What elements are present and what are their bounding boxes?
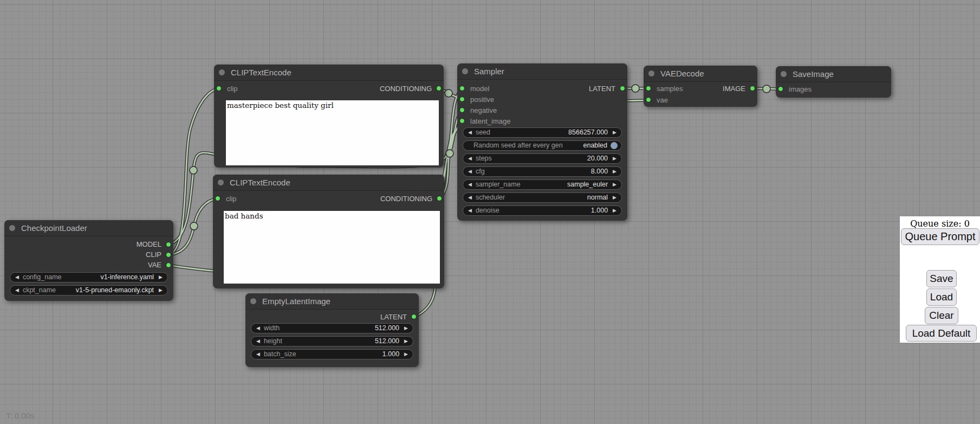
node-title-bar[interactable]: VAEDecode <box>644 66 757 82</box>
widget-ckpt-name[interactable]: ◀ ckpt_name v1-5-pruned-emaonly.ckpt ▶ <box>10 285 168 295</box>
widget-batch-size[interactable]: ◀ batch_size 1.000 ▶ <box>251 349 413 359</box>
output-slot-clip[interactable] <box>166 252 171 258</box>
output-label-vae: VAE <box>148 261 161 269</box>
decrement-arrow-icon[interactable]: ◀ <box>468 166 472 177</box>
queue-size-label: Queue size: 0 <box>900 219 980 229</box>
input-slot-clip[interactable] <box>216 86 222 91</box>
output-slot-conditioning[interactable] <box>437 196 442 201</box>
input-slot-negative[interactable] <box>459 107 465 113</box>
node-title-bar[interactable]: EmptyLatentImage <box>245 293 419 310</box>
widget-label: steps <box>476 153 492 164</box>
decrement-arrow-icon[interactable]: ◀ <box>468 153 472 164</box>
collapse-dot-icon[interactable] <box>219 69 225 75</box>
node-clip-text-encode-positive[interactable]: CLIPTextEncode clip CONDITIONING masterp… <box>214 65 444 168</box>
output-label-model: MODEL <box>137 240 161 248</box>
widget-label: denoise <box>476 205 499 216</box>
increment-arrow-icon[interactable]: ▶ <box>404 349 408 359</box>
decrement-arrow-icon[interactable]: ◀ <box>256 336 260 346</box>
widget-height[interactable]: ◀ height 512.000 ▶ <box>251 336 413 346</box>
increment-arrow-icon[interactable]: ▶ <box>159 272 163 282</box>
widget-random-seed-toggle[interactable]: Random seed after every gen enabled <box>463 140 622 151</box>
output-label-latent: LATENT <box>380 313 407 321</box>
widget-value: 20.000 <box>587 153 608 164</box>
node-sampler[interactable]: Sampler LATENT model positive negative l… <box>457 63 627 221</box>
node-vae-decode[interactable]: VAEDecode samples IMAGE vae <box>644 66 757 107</box>
decrement-arrow-icon[interactable]: ◀ <box>15 272 19 282</box>
input-label: latent_image <box>470 117 510 125</box>
output-slot-conditioning[interactable] <box>436 86 442 91</box>
decrement-arrow-icon[interactable]: ◀ <box>15 285 19 295</box>
node-title-bar[interactable]: SaveImage <box>776 66 891 82</box>
widget-seed[interactable]: ◀ seed 8566257.000 ▶ <box>463 127 622 138</box>
node-save-image[interactable]: SaveImage images <box>776 66 891 98</box>
widget-label: cfg <box>476 166 485 177</box>
decrement-arrow-icon[interactable]: ◀ <box>468 127 472 138</box>
load-button[interactable]: Load <box>926 288 957 306</box>
increment-arrow-icon[interactable]: ▶ <box>404 323 408 333</box>
increment-arrow-icon[interactable]: ▶ <box>613 153 616 164</box>
node-checkpoint-loader[interactable]: CheckpointLoader MODEL CLIP VAE ◀ config… <box>4 220 173 301</box>
widget-label: sampler_name <box>476 179 521 190</box>
input-slot-clip[interactable] <box>215 196 220 201</box>
output-slot-vae[interactable] <box>166 262 171 268</box>
output-slot-model[interactable] <box>166 242 171 247</box>
increment-arrow-icon[interactable]: ▶ <box>613 192 616 203</box>
load-default-button[interactable]: Load Default <box>906 325 977 342</box>
decrement-arrow-icon[interactable]: ◀ <box>468 205 472 216</box>
widget-denoise[interactable]: ◀ denoise 1.000 ▶ <box>463 205 622 216</box>
increment-arrow-icon[interactable]: ▶ <box>613 179 616 190</box>
collapse-dot-icon[interactable] <box>9 225 15 231</box>
input-label: samples <box>657 85 683 93</box>
node-title-bar[interactable]: CheckpointLoader <box>4 220 173 236</box>
widget-config-name[interactable]: ◀ config_name v1-inference.yaml ▶ <box>10 272 168 282</box>
collapse-dot-icon[interactable] <box>218 179 224 185</box>
input-slot-positive[interactable] <box>459 97 465 102</box>
input-slot-model[interactable] <box>459 86 465 91</box>
wire-midpoint-dot <box>190 222 198 230</box>
decrement-arrow-icon[interactable]: ◀ <box>256 323 260 333</box>
queue-prompt-button[interactable]: Queue Prompt <box>901 228 979 245</box>
input-label: vae <box>657 96 668 104</box>
widget-cfg[interactable]: ◀ cfg 8.000 ▶ <box>463 166 622 177</box>
collapse-dot-icon[interactable] <box>462 68 468 74</box>
widget-width[interactable]: ◀ width 512.000 ▶ <box>251 323 413 333</box>
input-slot-samples[interactable] <box>646 86 651 91</box>
toggle-circle-icon[interactable] <box>611 142 618 149</box>
node-title-bar[interactable]: CLIPTextEncode <box>213 175 444 191</box>
node-title: EmptyLatentImage <box>262 297 330 306</box>
collapse-dot-icon[interactable] <box>250 298 256 304</box>
node-title-bar[interactable]: Sampler <box>457 63 627 80</box>
decrement-arrow-icon[interactable]: ◀ <box>256 349 260 359</box>
increment-arrow-icon[interactable]: ▶ <box>613 166 616 177</box>
positive-prompt-textarea[interactable]: masterpiece best quality girl <box>226 100 439 165</box>
output-slot-latent[interactable] <box>411 314 417 319</box>
save-button[interactable]: Save <box>926 270 957 287</box>
output-slot-image[interactable] <box>750 86 755 91</box>
node-title-bar[interactable]: CLIPTextEncode <box>214 65 444 81</box>
widget-sampler-name[interactable]: ◀ sampler_name sample_euler ▶ <box>463 179 622 190</box>
negative-prompt-textarea[interactable]: bad hands <box>224 211 440 284</box>
node-clip-text-encode-negative[interactable]: CLIPTextEncode clip CONDITIONING bad han… <box>213 175 444 288</box>
node-empty-latent-image[interactable]: EmptyLatentImage LATENT ◀ width 512.000 … <box>245 293 419 367</box>
widget-value: 1.000 <box>591 205 608 216</box>
render-time-label: T: 0.00s <box>6 411 35 420</box>
decrement-arrow-icon[interactable]: ◀ <box>468 179 472 190</box>
wire-midpoint-dot <box>632 85 639 92</box>
widget-label: scheduler <box>476 192 505 203</box>
input-slot-vae[interactable] <box>646 97 651 102</box>
increment-arrow-icon[interactable]: ▶ <box>613 205 616 216</box>
input-label: clip <box>227 85 238 93</box>
collapse-dot-icon[interactable] <box>781 71 787 77</box>
increment-arrow-icon[interactable]: ▶ <box>613 127 616 138</box>
collapse-dot-icon[interactable] <box>648 70 654 76</box>
widget-steps[interactable]: ◀ steps 20.000 ▶ <box>463 153 622 164</box>
input-slot-images[interactable] <box>778 86 783 92</box>
decrement-arrow-icon[interactable]: ◀ <box>468 192 472 203</box>
widget-label: ckpt_name <box>23 285 56 295</box>
widget-scheduler[interactable]: ◀ scheduler normal ▶ <box>463 192 622 203</box>
increment-arrow-icon[interactable]: ▶ <box>159 285 163 295</box>
clear-button[interactable]: Clear <box>925 307 958 324</box>
increment-arrow-icon[interactable]: ▶ <box>404 336 408 346</box>
input-slot-latent-image[interactable] <box>459 118 465 124</box>
node-title: CLIPTextEncode <box>231 68 291 77</box>
